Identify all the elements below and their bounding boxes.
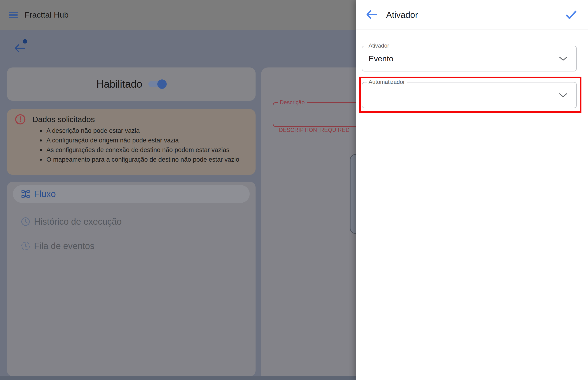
drawer-header: Ativador <box>356 0 588 30</box>
enabled-card: Habilitado <box>7 67 256 101</box>
automatizador-select-label: Automatizador <box>367 79 407 85</box>
menu-item-historico[interactable]: Histórico de execução <box>13 213 250 230</box>
menu-item-fila[interactable]: Fila de eventos <box>13 237 250 255</box>
ativador-drawer: Ativador Ativador Evento Automatizador <box>356 0 588 380</box>
alert-list: A descrição não pode estar vazia A confi… <box>46 126 239 165</box>
alert-icon <box>15 114 26 125</box>
enabled-label: Habilitado <box>96 78 142 90</box>
alert-item: O mapeamento para a configuração de dest… <box>46 155 239 165</box>
enabled-toggle[interactable] <box>148 81 166 87</box>
alert-item: A descrição não pode estar vazia <box>46 126 239 136</box>
chevron-down-icon <box>559 57 567 61</box>
alert-item: A configuração de origem não pode estar … <box>46 136 239 145</box>
notification-dot <box>23 39 27 44</box>
drawer-back-button[interactable] <box>366 10 377 20</box>
arrow-left-icon <box>366 10 377 20</box>
validation-alert-card: Dados solicitados A descrição não pode e… <box>7 109 256 175</box>
clock-icon <box>21 217 30 226</box>
arrow-left-icon <box>14 43 25 54</box>
save-button[interactable] <box>566 10 576 20</box>
alert-title: Dados solicitados <box>32 115 95 124</box>
drawer-title: Ativador <box>386 0 418 30</box>
main-content: Habilitado Dados solicitados A descrição… <box>0 30 356 380</box>
menu-icon[interactable] <box>9 12 18 18</box>
chevron-down-icon <box>559 93 567 98</box>
menu-item-label: Histórico de execução <box>34 217 122 227</box>
ativador-select-value: Evento <box>368 46 393 71</box>
screen: Fracttal Hub Habilitado <box>0 0 588 380</box>
menu-item-label: Fluxo <box>34 189 56 199</box>
back-button[interactable] <box>14 43 27 57</box>
alert-item: As configurações de conexão de destino n… <box>46 145 239 155</box>
automatizador-select[interactable]: Automatizador <box>362 82 577 108</box>
menu-item-fluxo[interactable]: Fluxo <box>13 185 250 203</box>
flow-icon <box>21 189 30 199</box>
page-background-strip <box>0 376 356 380</box>
check-icon <box>566 10 576 20</box>
ativador-select[interactable]: Ativador Evento <box>362 46 577 72</box>
section-menu-card: Fluxo Histórico de execução Fila de even… <box>7 182 256 376</box>
description-error: DESCRIPTION_REQUIRED <box>279 127 349 133</box>
history-icon <box>21 241 30 251</box>
app-title: Fracttal Hub <box>25 0 69 30</box>
menu-item-label: Fila de eventos <box>34 241 95 251</box>
toggle-thumb <box>157 79 167 89</box>
description-label: Descrição <box>278 99 307 106</box>
